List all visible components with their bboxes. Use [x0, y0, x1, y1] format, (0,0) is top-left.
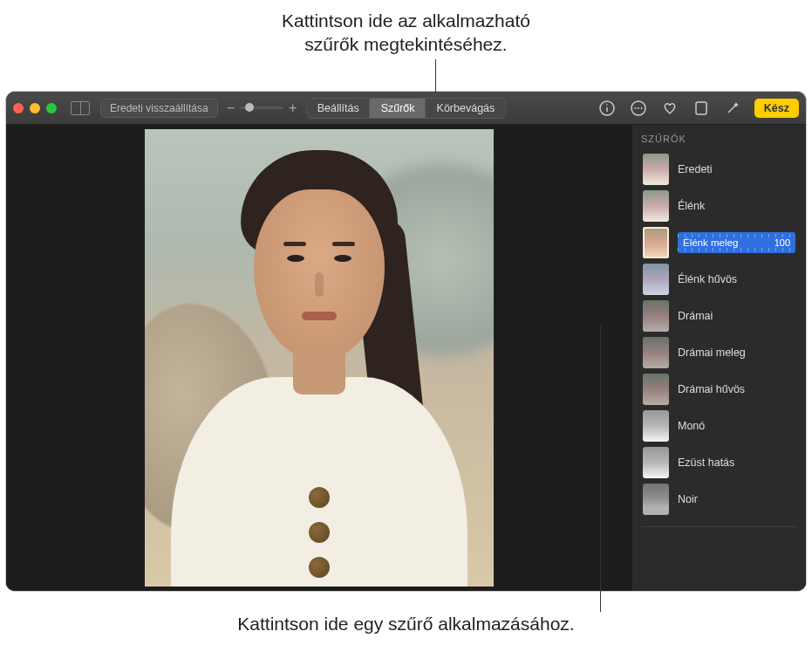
filter-row[interactable]: Noir: [641, 481, 797, 518]
callout-top-line1: Kattintson ide az alkalmazható: [0, 9, 812, 32]
filter-row[interactable]: Élénk hűvös: [641, 261, 797, 298]
fullscreen-window-button[interactable]: [46, 103, 57, 113]
edit-mode-segment: Beállítás Szűrők Körbevágás: [306, 98, 507, 119]
zoom-out-button[interactable]: −: [227, 100, 235, 116]
more-icon[interactable]: [629, 99, 648, 118]
filter-row[interactable]: Élénk meleg100: [641, 224, 797, 261]
filter-thumbnail: [643, 227, 669, 258]
filter-label: Eredeti: [678, 163, 713, 175]
filter-thumbnail: [643, 374, 669, 405]
svg-point-5: [638, 107, 639, 109]
filter-thumbnail: [643, 154, 669, 185]
sidebar-divider: [641, 526, 797, 527]
done-button[interactable]: Kész: [754, 99, 799, 118]
content-area: SZŰRŐK EredetiÉlénkÉlénk meleg100Élénk h…: [6, 125, 806, 591]
wand-icon[interactable]: [723, 99, 742, 118]
svg-point-2: [606, 104, 608, 106]
filter-thumbnail: [643, 300, 669, 332]
filter-row[interactable]: Drámai meleg: [641, 334, 797, 371]
photo-canvas[interactable]: [6, 125, 631, 591]
filter-label: Noir: [678, 493, 698, 505]
filter-row[interactable]: Eredeti: [641, 151, 797, 188]
callout-bottom-leader: [600, 326, 601, 612]
sidebar-title: SZŰRŐK: [641, 132, 797, 151]
filter-thumbnail: [643, 264, 669, 295]
callout-bottom: Kattintson ide egy szűrő alkalmazásához.: [0, 614, 812, 635]
callout-top-line2: szűrők megtekintéséhez.: [0, 32, 812, 56]
filter-label: Monó: [678, 420, 705, 432]
filter-label: Élénk hűvös: [678, 273, 737, 285]
svg-line-8: [728, 105, 736, 113]
filters-list: EredetiÉlénkÉlénk meleg100Élénk hűvösDrá…: [641, 151, 797, 518]
filter-row[interactable]: Ezüst hatás: [641, 444, 797, 481]
filter-intensity-value: 100: [774, 237, 790, 248]
svg-point-4: [634, 107, 636, 109]
filter-label: Drámai meleg: [678, 347, 746, 359]
svg-rect-7: [696, 102, 706, 114]
callout-top: Kattintson ide az alkalmazható szűrők me…: [0, 9, 812, 57]
filter-label: Élénk meleg: [678, 237, 738, 248]
filter-row[interactable]: Drámai: [641, 298, 797, 334]
filter-row[interactable]: Drámai hűvös: [641, 371, 797, 408]
filter-row[interactable]: Monó: [641, 408, 797, 444]
aspect-icon[interactable]: [692, 99, 711, 118]
filter-thumbnail: [643, 410, 669, 442]
app-window: Eredeti visszaállítása − + Beállítás Szű…: [6, 92, 806, 591]
filter-intensity-slider[interactable]: Élénk meleg100: [678, 232, 795, 253]
heart-icon[interactable]: [660, 99, 679, 118]
filter-thumbnail: [643, 190, 669, 222]
filter-thumbnail: [643, 337, 669, 368]
close-window-button[interactable]: [13, 103, 24, 113]
toolbar: Eredeti visszaállítása − + Beállítás Szű…: [6, 92, 806, 125]
zoom-in-button[interactable]: +: [289, 100, 297, 116]
tab-crop[interactable]: Körbevágás: [426, 98, 507, 119]
callout-top-leader: [435, 59, 436, 93]
filter-thumbnail: [643, 484, 669, 515]
zoom-control: − +: [227, 100, 297, 116]
filter-label: Élénk: [678, 200, 705, 212]
reset-button[interactable]: Eredeti visszaállítása: [100, 99, 218, 118]
tab-filters[interactable]: Szűrők: [370, 98, 426, 119]
tab-adjust[interactable]: Beállítás: [306, 98, 371, 119]
photo: [145, 129, 494, 587]
svg-point-6: [640, 107, 642, 109]
filter-thumbnail: [643, 447, 669, 478]
right-tools: Kész: [597, 99, 799, 118]
filter-label: Drámai: [678, 310, 713, 322]
zoom-slider[interactable]: [240, 106, 283, 109]
minimize-window-button[interactable]: [30, 103, 40, 113]
filter-label: Ezüst hatás: [678, 456, 734, 469]
filter-row[interactable]: Élénk: [641, 188, 797, 224]
compare-icon[interactable]: [71, 101, 90, 115]
zoom-slider-handle[interactable]: [245, 103, 254, 112]
window-controls: [13, 103, 57, 113]
info-icon[interactable]: [597, 99, 617, 118]
filter-label: Drámai hűvös: [678, 383, 745, 395]
filters-sidebar: SZŰRŐK EredetiÉlénkÉlénk meleg100Élénk h…: [631, 125, 806, 591]
